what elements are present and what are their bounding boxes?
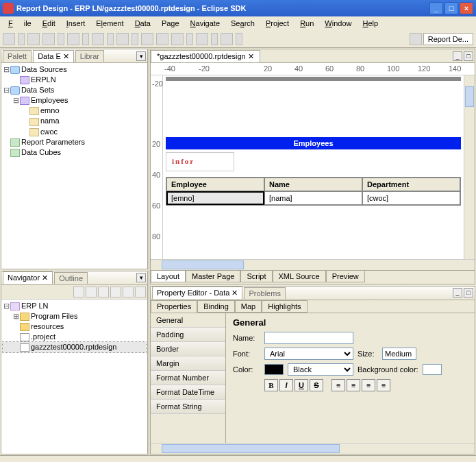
bold-button[interactable]: B	[264, 379, 278, 391]
tree-node[interactable]: resources	[31, 322, 64, 330]
tab-master-page[interactable]: Master Page	[186, 271, 240, 282]
cat-border[interactable]: Border	[151, 342, 225, 356]
maximize-view-icon[interactable]: □	[464, 51, 473, 61]
cat-format-datetime[interactable]: Format DateTime	[151, 385, 225, 400]
data-cell[interactable]: [emno]	[166, 191, 264, 205]
toolbar-dropdown[interactable]	[186, 33, 193, 45]
toolbar-dropdown[interactable]	[82, 33, 89, 45]
toolbar-dropdown[interactable]	[131, 33, 138, 45]
align-center-button[interactable]: ≡	[347, 379, 360, 391]
tree-node[interactable]: ERPLN	[31, 75, 56, 84]
cat-format-number[interactable]: Format Number	[151, 371, 225, 385]
strike-button[interactable]: S	[310, 379, 323, 391]
toolbar-button[interactable]	[27, 33, 40, 45]
align-justify-button[interactable]: ≡	[377, 379, 390, 391]
italic-button[interactable]: I	[279, 379, 293, 391]
nav-menu-icon[interactable]	[135, 287, 146, 297]
toolbar-button[interactable]	[196, 33, 208, 45]
toolbar-button[interactable]	[67, 33, 79, 45]
toolbar-button[interactable]	[42, 33, 55, 45]
tree-node[interactable]: gazzztest00000.rptdesign	[31, 343, 116, 351]
subtab-map[interactable]: Map	[235, 300, 262, 313]
expand-icon[interactable]: ⊞	[12, 312, 20, 321]
toolbar-button[interactable]	[3, 33, 15, 45]
tree-node[interactable]: .project	[31, 332, 55, 341]
tree-node[interactable]: Data Sources	[21, 65, 67, 73]
menu-project[interactable]: Project	[260, 18, 295, 29]
tab-data-explorer[interactable]: Data E ✕	[33, 50, 74, 62]
subtab-properties[interactable]: Properties	[151, 300, 197, 313]
menu-help[interactable]: Help	[358, 18, 384, 29]
nav-up-icon[interactable]	[98, 287, 109, 297]
align-left-button[interactable]: ≡	[331, 379, 345, 391]
tab-layout[interactable]: Layout	[151, 271, 186, 282]
editor-tab[interactable]: *gazzztest00000.rptdesign ✕	[151, 50, 260, 62]
props-scrollbar[interactable]	[151, 443, 475, 454]
report-logo[interactable]: infor	[166, 152, 234, 171]
menu-data[interactable]: Data	[129, 18, 156, 29]
view-menu-icon[interactable]: ▾	[136, 51, 146, 61]
toolbar-button[interactable]	[116, 33, 129, 45]
menu-insert[interactable]: Insert	[61, 18, 91, 29]
column-header[interactable]: Employee	[166, 178, 264, 191]
minimize-button[interactable]: _	[429, 2, 443, 14]
toolbar-dropdown[interactable]	[18, 33, 25, 45]
column-header[interactable]: Department	[362, 178, 460, 191]
close-button[interactable]: ×	[460, 2, 473, 14]
perspective-switcher-icon[interactable]	[410, 33, 422, 45]
menu-element[interactable]: Element	[90, 18, 129, 29]
tree-node[interactable]: Data Sets	[21, 86, 54, 94]
toolbar-dropdown[interactable]	[58, 33, 64, 45]
tree-node[interactable]: Report Parameters	[21, 138, 85, 146]
tab-palette[interactable]: Palett	[3, 50, 32, 62]
tree-node[interactable]: Program Files	[31, 312, 77, 320]
toolbar-button[interactable]	[171, 33, 184, 45]
data-cell[interactable]: [cwoc]	[362, 191, 460, 205]
tab-library[interactable]: Librar	[75, 50, 104, 62]
maximize-view-icon[interactable]: □	[464, 288, 473, 297]
bgcolor-swatch[interactable]	[423, 364, 442, 375]
tab-script[interactable]: Script	[240, 271, 272, 282]
tree-node[interactable]: cwoc	[40, 127, 58, 136]
cat-format-string[interactable]: Format String	[151, 400, 225, 414]
subtab-highlights[interactable]: Highlights	[262, 300, 307, 313]
minimize-view-icon[interactable]: _	[453, 51, 462, 61]
toolbar-button[interactable]	[141, 33, 153, 45]
maximize-button[interactable]: □	[444, 2, 458, 14]
expand-icon[interactable]: ⊟	[3, 65, 10, 74]
menu-page[interactable]: Page	[156, 18, 185, 29]
menu-file[interactable]: File	[3, 18, 37, 29]
nav-link-icon[interactable]	[123, 287, 134, 297]
data-cell[interactable]: [nama]	[264, 191, 362, 205]
cat-general[interactable]: General	[151, 313, 225, 328]
tab-xml-source[interactable]: XML Source	[273, 271, 326, 282]
toolbar-button[interactable]	[221, 33, 233, 45]
subtab-binding[interactable]: Binding	[197, 300, 235, 313]
nav-back-icon[interactable]	[73, 287, 84, 297]
name-input[interactable]	[264, 332, 353, 344]
cat-margin[interactable]: Margin	[151, 356, 225, 371]
tree-node[interactable]: Employees	[31, 96, 68, 104]
expand-icon[interactable]: ⊟	[3, 302, 10, 311]
design-canvas[interactable]: Employees infor Employee Name Department…	[163, 75, 464, 259]
vertical-scrollbar[interactable]	[464, 75, 475, 259]
tab-outline[interactable]: Outline	[54, 272, 88, 284]
report-title-band[interactable]: Employees	[166, 137, 461, 149]
tree-node[interactable]: ERP LN	[21, 302, 49, 310]
nav-collapse-icon[interactable]	[110, 287, 121, 297]
toolbar-button[interactable]	[156, 33, 168, 45]
font-select[interactable]: Arial	[264, 348, 353, 360]
tab-property-editor[interactable]: Property Editor - Data ✕	[152, 287, 242, 299]
view-menu-icon[interactable]: ▾	[136, 273, 146, 282]
toolbar-dropdown[interactable]	[236, 33, 242, 45]
menu-search[interactable]: Search	[225, 18, 260, 29]
expand-icon[interactable]: ⊟	[3, 86, 10, 95]
tab-preview[interactable]: Preview	[326, 271, 365, 282]
menu-window[interactable]: Window	[319, 18, 357, 29]
perspective-button[interactable]: Report De...	[423, 33, 473, 45]
data-tree[interactable]: ⊟Data Sources ERPLN ⊟Data Sets ⊟Employee…	[1, 63, 147, 269]
size-input[interactable]	[382, 348, 416, 360]
tree-node[interactable]: emno	[40, 106, 60, 114]
tab-navigator[interactable]: Navigator ✕	[3, 271, 53, 284]
menu-run[interactable]: Run	[295, 18, 319, 29]
